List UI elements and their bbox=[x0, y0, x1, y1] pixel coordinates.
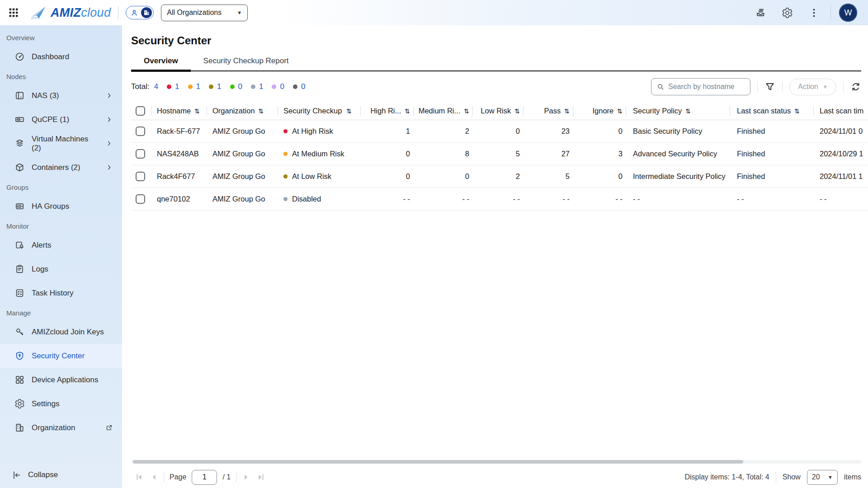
building-icon bbox=[143, 9, 150, 16]
table-row[interactable]: Rack-5F-677 AMIZ Group Go At High Risk 1… bbox=[131, 120, 868, 143]
last-page-icon[interactable] bbox=[256, 473, 265, 482]
search-icon bbox=[656, 83, 665, 91]
sidebar-item-join-keys[interactable]: AMIZcloud Join Keys bbox=[0, 320, 122, 344]
cell-security-checkup: At Low Risk bbox=[278, 165, 361, 188]
row-checkbox[interactable] bbox=[136, 172, 145, 181]
amizcloud-logo[interactable]: AMIZcloud bbox=[29, 5, 111, 21]
sidebar-item-security-center[interactable]: Security Center bbox=[0, 344, 122, 368]
search-input[interactable] bbox=[668, 83, 745, 91]
first-page-icon[interactable] bbox=[135, 473, 144, 482]
filter-funnel-icon[interactable] bbox=[764, 81, 775, 92]
horizontal-scrollbar-thumb[interactable] bbox=[133, 460, 743, 464]
total-count[interactable]: 4 bbox=[154, 82, 158, 91]
header-last-scan-status[interactable]: Last scan status⇅ bbox=[730, 102, 814, 120]
action-button[interactable]: Action ▼ bbox=[789, 79, 836, 95]
sidebar-collapse-button[interactable]: Collapse bbox=[0, 462, 122, 488]
sidebar-item-virtual-machines[interactable]: Virtual Machines (2) bbox=[0, 131, 122, 155]
status-dot bbox=[283, 197, 288, 201]
sidebar-item-containers[interactable]: Containers (2) bbox=[0, 155, 122, 179]
row-checkbox[interactable] bbox=[136, 194, 145, 204]
sidebar-item-ha-groups[interactable]: HA Groups bbox=[0, 194, 122, 218]
sidebar-item-alerts[interactable]: Alerts bbox=[0, 233, 122, 257]
select-all-checkbox[interactable] bbox=[136, 106, 145, 116]
sidebar-item-label: Containers (2) bbox=[32, 163, 80, 172]
search-box[interactable] bbox=[651, 78, 750, 95]
organization-select[interactable]: All Organizations ▼ bbox=[161, 5, 248, 21]
low-risk-dot bbox=[209, 84, 213, 89]
refresh-icon[interactable] bbox=[850, 81, 861, 92]
pagination-divider bbox=[236, 472, 236, 483]
scope-toggle[interactable] bbox=[126, 6, 154, 19]
tab-overview[interactable]: Overview bbox=[131, 52, 191, 70]
logo-text: AMIZcloud bbox=[51, 6, 111, 20]
sidebar-item-qucpe[interactable]: QuCPE (1) bbox=[0, 108, 122, 131]
header-security-policy[interactable]: Security Policy⇅ bbox=[626, 102, 730, 120]
kebab-menu-icon[interactable] bbox=[808, 7, 820, 19]
summary-totals: Total: 4 1 1 1 0 1 0 0 bbox=[131, 82, 305, 91]
cell-organization: AMIZ Group Go bbox=[207, 143, 278, 165]
header-high-risk[interactable]: High Ri...⇅ bbox=[361, 102, 414, 120]
sidebar-item-nas[interactable]: NAS (3) bbox=[0, 84, 122, 108]
gear-icon bbox=[14, 399, 25, 409]
cell-ignore: - - bbox=[573, 188, 626, 210]
count-offline[interactable]: 0 bbox=[293, 82, 305, 91]
cell-organization: AMIZ Group Go bbox=[207, 120, 278, 142]
sort-icon[interactable]: ⇅ bbox=[464, 108, 469, 115]
header-last-scan-time[interactable]: Last scan tim bbox=[814, 102, 868, 120]
cell-hostname: qne70102 bbox=[151, 188, 207, 210]
sort-icon[interactable]: ⇅ bbox=[194, 108, 200, 115]
sort-icon[interactable]: ⇅ bbox=[794, 108, 800, 115]
header-security-checkup[interactable]: Security Checkup⇅ bbox=[278, 102, 361, 120]
sort-icon[interactable]: ⇅ bbox=[564, 108, 570, 115]
sidebar-item-organization[interactable]: Organization bbox=[0, 416, 122, 440]
page-size-select[interactable]: 20 ▼ bbox=[807, 470, 838, 485]
header-low-risk[interactable]: Low Risk⇅ bbox=[473, 102, 524, 120]
sort-icon[interactable]: ⇅ bbox=[617, 108, 623, 115]
row-checkbox[interactable] bbox=[136, 149, 145, 159]
sidebar-item-device-applications[interactable]: Device Applications bbox=[0, 368, 122, 392]
chevron-right-icon[interactable] bbox=[105, 116, 113, 123]
sidebar-item-logs[interactable]: Logs bbox=[0, 257, 122, 281]
page-size-value: 20 bbox=[812, 473, 820, 481]
count-scanning[interactable]: 0 bbox=[272, 82, 284, 91]
count-low-risk[interactable]: 1 bbox=[209, 82, 221, 91]
task-queue-icon[interactable] bbox=[755, 7, 766, 19]
count-medium-risk[interactable]: 1 bbox=[188, 82, 200, 91]
sort-icon[interactable]: ⇅ bbox=[405, 108, 410, 115]
count-high-risk[interactable]: 1 bbox=[167, 82, 179, 91]
settings-gear-icon[interactable] bbox=[782, 7, 793, 19]
sidebar-section-manage: Manage bbox=[0, 305, 122, 320]
table-row[interactable]: Rack4F677 AMIZ Group Go At Low Risk 0 0 … bbox=[131, 165, 868, 188]
cell-low-risk: - - bbox=[473, 188, 524, 210]
header-medium-risk[interactable]: Medium Ri...⇅ bbox=[414, 102, 473, 120]
sidebar-item-label: Organization bbox=[32, 423, 75, 432]
toolbar-divider bbox=[843, 81, 844, 92]
count-disabled[interactable]: 1 bbox=[251, 82, 263, 91]
previous-page-icon[interactable] bbox=[149, 473, 158, 482]
table-row[interactable]: NAS4248AB AMIZ Group Go At Medium Risk 0… bbox=[131, 143, 868, 165]
header-hostname[interactable]: Hostname⇅ bbox=[151, 102, 207, 120]
cell-security-checkup: Disabled bbox=[278, 188, 361, 210]
page-input[interactable] bbox=[192, 470, 217, 485]
sidebar-item-task-history[interactable]: Task History bbox=[0, 281, 122, 305]
chevron-right-icon[interactable] bbox=[105, 92, 113, 99]
count-healthy[interactable]: 0 bbox=[230, 82, 242, 91]
sidebar-item-settings[interactable]: Settings bbox=[0, 392, 122, 416]
header-pass[interactable]: Pass⇅ bbox=[524, 102, 573, 120]
tab-security-checkup-report[interactable]: Security Checkup Report bbox=[191, 52, 302, 70]
header-organization[interactable]: Organization⇅ bbox=[207, 102, 278, 120]
sort-icon[interactable]: ⇅ bbox=[346, 108, 352, 115]
user-avatar[interactable]: W bbox=[839, 4, 857, 22]
chevron-right-icon[interactable] bbox=[105, 140, 113, 147]
table-row[interactable]: qne70102 AMIZ Group Go Disabled - - - - … bbox=[131, 188, 868, 211]
header-ignore[interactable]: Ignore⇅ bbox=[573, 102, 626, 120]
chevron-right-icon[interactable] bbox=[105, 164, 113, 171]
cell-hostname: Rack4F677 bbox=[151, 165, 207, 188]
app-launcher-icon[interactable] bbox=[8, 7, 19, 18]
row-checkbox[interactable] bbox=[136, 127, 145, 136]
sort-icon[interactable]: ⇅ bbox=[685, 108, 691, 115]
sidebar-item-dashboard[interactable]: Dashboard bbox=[0, 45, 122, 69]
sort-icon[interactable]: ⇅ bbox=[514, 108, 520, 115]
sort-icon[interactable]: ⇅ bbox=[259, 108, 264, 115]
next-page-icon[interactable] bbox=[242, 473, 251, 482]
